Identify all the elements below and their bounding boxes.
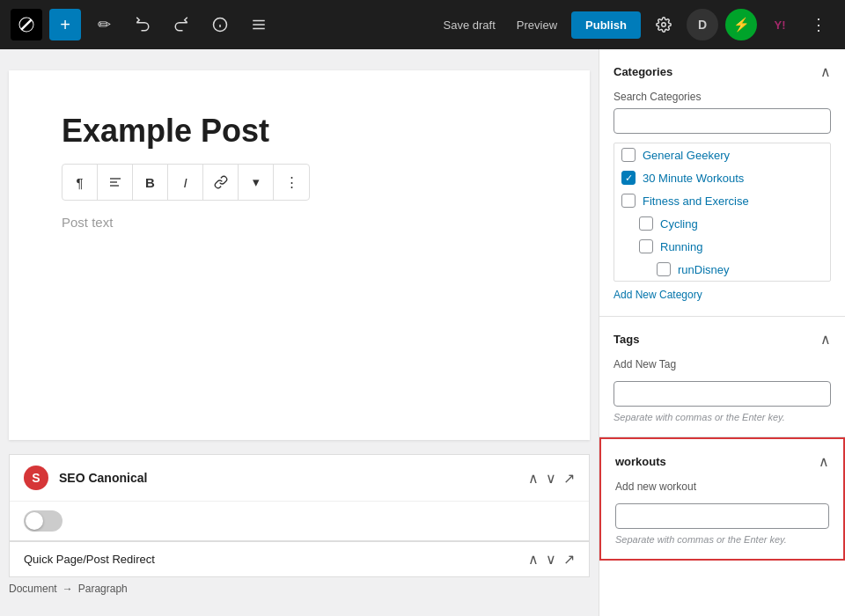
tags-section: Tags ∧ Add New Tag Separate with commas …	[599, 317, 845, 437]
search-categories-input[interactable]	[614, 108, 831, 134]
redirect-title: Quick Page/Post Redirect	[24, 553, 155, 566]
redo-button[interactable]	[165, 9, 197, 40]
editor-canvas: Example Post ¶ B I ▾ ⋮	[9, 70, 590, 440]
publish-button[interactable]: Publish	[571, 11, 641, 39]
workouts-header: workouts ∧	[615, 453, 829, 470]
list-item[interactable]: Running	[614, 235, 830, 258]
redirect-panel: Quick Page/Post Redirect ∧ ∨ ↗	[9, 541, 590, 577]
seo-panel-wrapper: S SEO Canonical ∧ ∨ ↗ Quick P	[9, 454, 590, 577]
seo-panel: S SEO Canonical ∧ ∨ ↗	[9, 454, 590, 541]
more-options-dropdown[interactable]: ▾	[239, 165, 274, 200]
category-checkbox-running[interactable]	[639, 239, 653, 253]
main-layout: Example Post ¶ B I ▾ ⋮	[0, 49, 845, 616]
seo-collapse-up-button[interactable]: ∧	[528, 470, 539, 487]
redirect-up-button[interactable]: ∧	[528, 551, 539, 568]
category-checkbox-rundisney[interactable]	[657, 262, 671, 276]
category-checkbox-fitness[interactable]	[621, 194, 636, 208]
link-button[interactable]	[203, 165, 239, 200]
redirect-header: Quick Page/Post Redirect ∧ ∨ ↗	[10, 542, 589, 576]
category-label-rundisney: runDisney	[678, 263, 730, 276]
list-item[interactable]: ✓ 30 Minute Workouts	[614, 166, 830, 189]
toggle-knob	[26, 512, 43, 530]
topbar: + ✏ Save draft Preview Publish D ⚡ Y! ⋮	[0, 0, 845, 49]
post-text[interactable]: Post text	[62, 215, 537, 230]
paragraph-label: Paragraph	[78, 583, 128, 595]
redirect-expand-button[interactable]: ↗	[563, 551, 575, 568]
categories-chevron[interactable]: ∧	[820, 63, 831, 80]
lightning-icon[interactable]: ⚡	[725, 9, 757, 40]
arrow-separator: →	[62, 583, 73, 595]
post-title[interactable]: Example Post	[62, 113, 537, 150]
add-new-tag-label: Add New Tag	[614, 358, 831, 370]
seo-panel-header: S SEO Canonical ∧ ∨ ↗	[10, 455, 589, 502]
info-button[interactable]	[204, 9, 236, 40]
seo-toggle[interactable]	[24, 510, 62, 532]
list-item[interactable]: General Geekery	[614, 143, 830, 166]
workouts-hint: Separate with commas or the Enter key.	[615, 534, 829, 545]
category-label-fitness: Fitness and Exercise	[643, 194, 749, 208]
settings-button[interactable]	[648, 9, 680, 40]
list-item[interactable]: runDisney	[614, 258, 830, 281]
seo-collapse-down-button[interactable]: ∨	[546, 470, 556, 487]
list-item[interactable]: Cycling	[614, 212, 830, 235]
save-draft-button[interactable]: Save draft	[437, 18, 503, 32]
svg-point-6	[662, 23, 666, 27]
category-label-general-geekery: General Geekery	[643, 149, 730, 162]
redirect-down-button[interactable]: ∨	[546, 551, 556, 568]
undo-button[interactable]	[127, 9, 158, 40]
workouts-title: workouts	[615, 455, 666, 468]
preview-button[interactable]: Preview	[510, 18, 564, 32]
align-button[interactable]	[98, 165, 133, 200]
list-view-button[interactable]	[243, 9, 275, 40]
tags-hint: Separate with commas or the Enter key.	[614, 412, 831, 422]
document-label: Document	[9, 583, 57, 595]
workouts-section: workouts ∧ Add new workout Separate with…	[599, 437, 845, 561]
category-checkbox-general-geekery[interactable]	[621, 148, 636, 162]
italic-button[interactable]: I	[168, 165, 203, 200]
add-new-category-button[interactable]: Add New Category	[614, 289, 702, 301]
categories-title: Categories	[614, 65, 672, 78]
tags-title: Tags	[614, 333, 639, 346]
yoast-icon[interactable]: Y!	[764, 9, 796, 40]
block-more-button[interactable]: ⋮	[274, 165, 309, 200]
categories-section: Categories ∧ Search Categories General G…	[599, 49, 845, 317]
category-label-running: Running	[660, 240, 702, 253]
more-options-button[interactable]: ⋮	[803, 9, 834, 40]
add-workout-input[interactable]	[615, 503, 829, 529]
categories-header: Categories ∧	[614, 63, 831, 80]
editor-area: Example Post ¶ B I ▾ ⋮	[0, 49, 599, 616]
bold-button[interactable]: B	[133, 165, 168, 200]
add-new-workout-label: Add new workout	[615, 480, 829, 493]
seo-panel-controls: ∧ ∨ ↗	[528, 470, 575, 487]
seo-s-icon: S	[24, 466, 48, 490]
category-label-30min-workouts: 30 Minute Workouts	[643, 172, 744, 185]
block-toolbar: ¶ B I ▾ ⋮	[62, 164, 310, 201]
add-tag-input[interactable]	[614, 381, 831, 407]
seo-panel-title: SEO Canonical	[59, 471, 518, 485]
status-bar: Document → Paragraph	[9, 577, 590, 600]
category-checkbox-30min-workouts[interactable]: ✓	[621, 171, 636, 185]
category-checkbox-cycling[interactable]	[639, 216, 653, 231]
disqus-icon[interactable]: D	[687, 9, 718, 40]
tags-header: Tags ∧	[614, 331, 831, 348]
tags-chevron[interactable]: ∧	[820, 331, 831, 348]
seo-expand-button[interactable]: ↗	[563, 470, 575, 487]
seo-toggle-wrap	[10, 502, 589, 540]
workouts-chevron[interactable]: ∧	[819, 453, 829, 470]
category-label-cycling: Cycling	[660, 217, 698, 231]
add-block-button[interactable]: +	[49, 9, 81, 40]
search-categories-label: Search Categories	[614, 91, 831, 103]
wp-logo-icon[interactable]	[11, 9, 42, 40]
list-item[interactable]: Fitness and Exercise	[614, 189, 830, 212]
categories-list: General Geekery ✓ 30 Minute Workouts Fit…	[614, 143, 831, 282]
sidebar: Categories ∧ Search Categories General G…	[599, 49, 845, 616]
paragraph-format-button[interactable]: ¶	[62, 165, 98, 200]
edit-button[interactable]: ✏	[88, 9, 120, 40]
